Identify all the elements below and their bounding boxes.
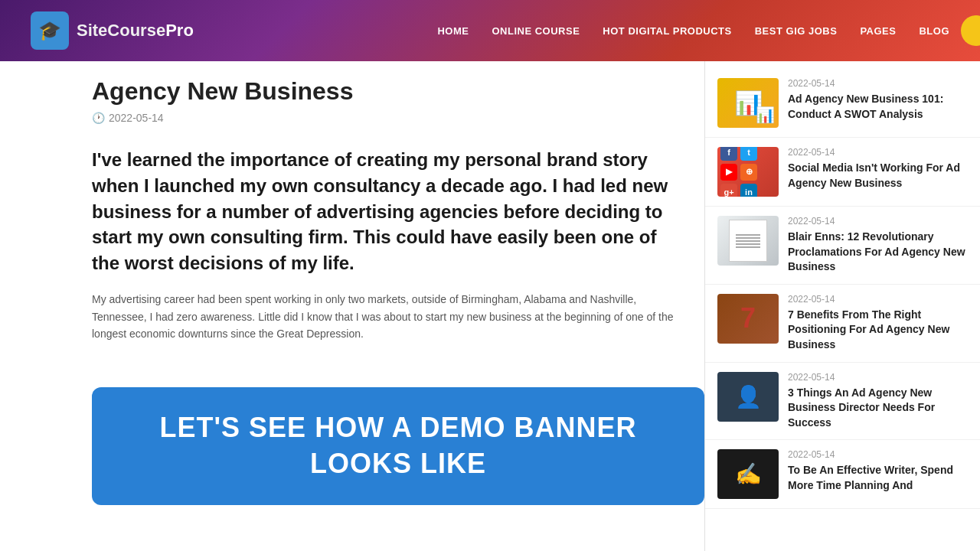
sidebar-date: 2022-05-14 [788,216,968,227]
sidebar-date: 2022-05-14 [788,449,968,460]
sidebar-content: 2022-05-14 Blair Enns: 12 Revolutionary … [788,216,968,275]
nav-online-course[interactable]: ONLINE COURSE [492,25,580,37]
sidebar-item[interactable]: ✍️ 2022-05-14 To Be An Effective Writer,… [705,440,980,509]
googleplus-icon: g+ [720,184,737,197]
main-nav: HOME ONLINE COURSE HOT DIGITAL PRODUCTS … [437,25,949,37]
sidebar-thumb-1: 📊 [717,78,779,128]
facebook-icon: f [720,147,737,161]
sidebar-title: Social Media Isn't Working For Ad Agency… [788,161,968,191]
sidebar-item[interactable]: 7 2022-05-14 7 Benefits From The Right P… [705,285,980,363]
logo-icon: 🎓 [31,11,69,50]
sidebar-content: 2022-05-14 Social Media Isn't Working Fo… [788,147,968,191]
twitter-icon: t [740,147,757,161]
sidebar-thumb-5: 👤 [717,372,779,422]
sidebar-content: 2022-05-14 3 Things An Ad Agency New Bus… [788,372,968,431]
demo-banner-text: LET'S SEE HOW A DEMO BANNER LOOKS LIKE [122,410,674,482]
sidebar-title: Blair Enns: 12 Revolutionary Proclamatio… [788,230,968,275]
sidebar-date: 2022-05-14 [788,294,968,305]
yellow-circle-decoration [961,15,980,46]
sidebar-item[interactable]: 2022-05-14 Blair Enns: 12 Revolutionary … [705,207,980,285]
article-area: Agency New Business 🕐 2022-05-14 I've le… [0,61,704,551]
rss-icon: ⊕ [740,164,757,181]
sidebar-thumb-3 [717,216,779,266]
sidebar-item[interactable]: 📊 2022-05-14 Ad Agency New Business 101:… [705,69,980,138]
article-date: 🕐 2022-05-14 [92,112,674,124]
main-content: Agency New Business 🕐 2022-05-14 I've le… [0,61,980,551]
number-seven: 7 [740,302,756,334]
article-title: Agency New Business [92,77,674,106]
nav-pages[interactable]: PAGES [860,25,896,37]
nav-best-gig-jobs[interactable]: BEST GIG JOBS [755,25,838,37]
sidebar-date: 2022-05-14 [788,78,968,89]
sidebar-title: 3 Things An Ad Agency New Business Direc… [788,386,968,431]
sidebar-thumb-6: ✍️ [717,449,779,499]
sidebar-title: To Be An Effective Writer, Spend More Ti… [788,463,968,493]
linkedin-icon: in [740,184,757,197]
sidebar-thumb-4: 7 [717,294,779,344]
sidebar-content: 2022-05-14 7 Benefits From The Right Pos… [788,294,968,353]
sidebar-thumb-2: f t ▶ ⊕ g+ in [717,147,779,197]
sidebar-title: 7 Benefits From The Right Positioning Fo… [788,308,968,353]
header: 🎓 SiteCoursePro HOME ONLINE COURSE HOT D… [0,0,980,61]
writer-icon: ✍️ [735,461,762,487]
sidebar-date: 2022-05-14 [788,147,968,158]
sidebar-content: 2022-05-14 To Be An Effective Writer, Sp… [788,449,968,493]
article-body-large: I've learned the importance of creating … [92,147,674,276]
social-icons-group: f t ▶ ⊕ g+ in [717,147,779,197]
youtube-icon: ▶ [720,164,737,181]
sidebar-date: 2022-05-14 [788,372,968,383]
sidebar-item[interactable]: f t ▶ ⊕ g+ in 2022-05-14 Social Media Is… [705,138,980,207]
nav-blog[interactable]: BLOG [919,25,949,37]
nav-hot-digital-products[interactable]: HOT DIGITAL PRODUCTS [603,25,731,37]
person-icon: 👤 [735,384,762,409]
demo-banner: LET'S SEE HOW A DEMO BANNER LOOKS LIKE [92,387,704,505]
article-body-small: My advertising career had been spent wor… [92,291,674,342]
sidebar-title: Ad Agency New Business 101: Conduct A SW… [788,92,968,122]
sidebar: 📊 2022-05-14 Ad Agency New Business 101:… [704,61,980,551]
sidebar-item[interactable]: 👤 2022-05-14 3 Things An Ad Agency New B… [705,363,980,441]
logo-area[interactable]: 🎓 SiteCoursePro [31,11,194,50]
chart-icon: 📊 [734,90,763,116]
nav-home[interactable]: HOME [437,25,469,37]
sidebar-content: 2022-05-14 Ad Agency New Business 101: C… [788,78,968,122]
logo-text: SiteCoursePro [77,21,194,41]
doc-icon [729,220,767,262]
clock-icon: 🕐 [92,112,105,124]
